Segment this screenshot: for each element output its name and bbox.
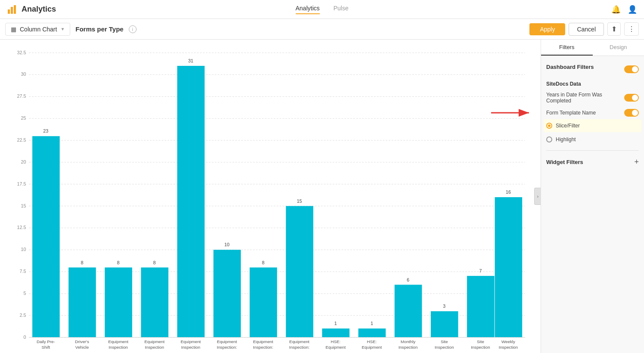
svg-text:Equipment: Equipment	[108, 339, 128, 344]
svg-text:6: 6	[407, 277, 409, 282]
svg-text:Equipment: Equipment	[289, 339, 310, 344]
svg-text:HSE:: HSE:	[367, 339, 377, 344]
svg-text:Inspection:: Inspection:	[289, 345, 309, 350]
bar-forklift[interactable]	[214, 250, 241, 337]
dashboard-filters-toggle[interactable]	[624, 65, 639, 73]
form-template-filter-label: Form Template Name	[546, 110, 624, 116]
bar-equipment-excavator[interactable]	[177, 66, 205, 338]
svg-text:Driver's: Driver's	[75, 339, 89, 344]
form-template-filter-toggle[interactable]	[624, 109, 639, 117]
bar-weekly[interactable]	[495, 197, 523, 338]
svg-rect-2	[14, 5, 16, 14]
bar-site-inspection[interactable]	[431, 311, 458, 338]
chart-svg-wrapper: 32.5 30 27.5 25 22.5 20 17.5 15 12.5 10 …	[3, 46, 537, 350]
logo-area: Analytics	[7, 3, 56, 15]
nav-tabs: Analytics Pulse	[296, 5, 348, 14]
svg-text:8: 8	[81, 260, 83, 265]
svg-text:32.5: 32.5	[17, 50, 26, 55]
svg-text:17.5: 17.5	[17, 181, 26, 186]
years-filter-toggle[interactable]	[624, 94, 639, 102]
highlight-radio[interactable]	[546, 136, 552, 142]
chart-type-label: Column Chart	[20, 26, 57, 33]
svg-text:8: 8	[117, 260, 120, 265]
chart-type-selector[interactable]: ▦ Column Chart ▼	[5, 23, 70, 36]
bar-equipment-aerial[interactable]	[105, 267, 132, 337]
form-name-label: Forms per Type	[75, 25, 123, 33]
collapse-handle[interactable]: ›	[534, 188, 541, 205]
export-icon-button[interactable]: ⬆	[607, 22, 621, 36]
widget-filters-row: Widget Filters +	[546, 154, 639, 170]
svg-text:1: 1	[334, 321, 337, 326]
more-options-button[interactable]: ⋮	[624, 22, 639, 36]
chart-area: 32.5 30 27.5 25 22.5 20 17.5 15 12.5 10 …	[0, 40, 541, 353]
widget-filters-label: Widget Filters	[546, 159, 583, 165]
years-filter-row: Years in Date Form Was Completed	[546, 89, 639, 106]
svg-text:30: 30	[21, 71, 26, 77]
svg-text:7: 7	[479, 268, 482, 273]
svg-text:Equipment: Equipment	[326, 345, 346, 350]
svg-text:Site: Site	[477, 339, 484, 344]
svg-text:22.5: 22.5	[17, 137, 26, 142]
svg-text:8: 8	[262, 260, 264, 265]
apply-button[interactable]: Apply	[529, 23, 565, 35]
svg-text:0: 0	[23, 334, 26, 340]
user-icon[interactable]: 👤	[628, 5, 637, 14]
add-widget-filter-button[interactable]: +	[634, 158, 639, 167]
slice-filter-radio[interactable]	[546, 123, 552, 129]
bar-drivers-vehicle[interactable]	[68, 267, 96, 337]
tab-pulse[interactable]: Pulse	[333, 5, 348, 14]
svg-text:Vehicle: Vehicle	[75, 345, 89, 350]
svg-text:HSE:: HSE:	[331, 339, 341, 344]
svg-text:2.5: 2.5	[19, 313, 26, 318]
svg-text:Equipment: Equipment	[144, 339, 165, 344]
logo-icon	[7, 3, 19, 15]
svg-text:27.5: 27.5	[17, 93, 26, 99]
svg-text:Monthly: Monthly	[401, 339, 415, 344]
svg-text:Inspection: Inspection	[471, 345, 490, 350]
bar-site-inspection-form[interactable]	[467, 276, 495, 338]
svg-text:Site: Site	[441, 339, 448, 344]
highlight-row: Highlight	[546, 132, 639, 147]
svg-text:31: 31	[188, 58, 193, 63]
bar-monthly[interactable]	[395, 285, 422, 337]
bell-icon[interactable]: 🔔	[611, 5, 621, 14]
svg-text:Equipment: Equipment	[362, 345, 382, 350]
bar-hse-respirators[interactable]	[358, 328, 386, 338]
tab-analytics[interactable]: Analytics	[296, 5, 320, 14]
bar-daily-pre-shift-crane[interactable]	[32, 136, 60, 337]
dashboard-filters-row: Dashboard Filters	[546, 61, 639, 77]
svg-text:Inspection: Inspection	[435, 345, 454, 350]
tab-filters[interactable]: Filters	[541, 40, 593, 56]
bar-equipment-chainsaws[interactable]	[141, 267, 168, 337]
svg-text:Daily Pre-: Daily Pre-	[37, 339, 55, 344]
bar-rigger[interactable]	[250, 267, 277, 337]
svg-text:8: 8	[153, 260, 156, 265]
svg-text:Equipment: Equipment	[180, 339, 201, 344]
cancel-button[interactable]: Cancel	[569, 23, 604, 36]
slice-filter-option[interactable]: Slice/Filter	[546, 121, 580, 130]
info-icon[interactable]: i	[129, 25, 137, 33]
side-panel-tabs: Filters Design	[541, 40, 644, 56]
bar-scaffolding[interactable]	[286, 206, 314, 338]
main-layout: 32.5 30 27.5 25 22.5 20 17.5 15 12.5 10 …	[0, 40, 644, 353]
svg-text:12.5: 12.5	[17, 225, 26, 230]
svg-text:Equipment: Equipment	[217, 339, 237, 344]
svg-text:3: 3	[443, 303, 445, 309]
highlight-option[interactable]: Highlight	[546, 135, 576, 144]
bar-hse-aerial[interactable]	[322, 328, 350, 338]
svg-text:25: 25	[21, 115, 26, 121]
svg-text:Inspection:: Inspection:	[217, 345, 237, 350]
dashboard-filters-label: Dashboard Filters	[546, 64, 594, 70]
tab-design[interactable]: Design	[593, 40, 644, 56]
top-navigation: Analytics Analytics Pulse 🔔 👤	[0, 0, 644, 19]
svg-text:1: 1	[370, 321, 373, 326]
toolbar: ▦ Column Chart ▼ Forms per Type i Apply …	[0, 19, 644, 40]
nav-right-icons: 🔔 👤	[611, 5, 637, 14]
svg-text:Inspection: Inspection	[499, 345, 518, 350]
svg-text:Inspection: Inspection	[398, 345, 418, 350]
years-filter-label: Years in Date Form Was Completed	[546, 92, 624, 104]
sitedocs-data-section: SiteDocs Data	[546, 77, 639, 89]
svg-text:10: 10	[21, 247, 26, 252]
svg-text:Inspection: Inspection	[145, 345, 164, 350]
svg-rect-0	[8, 9, 10, 14]
